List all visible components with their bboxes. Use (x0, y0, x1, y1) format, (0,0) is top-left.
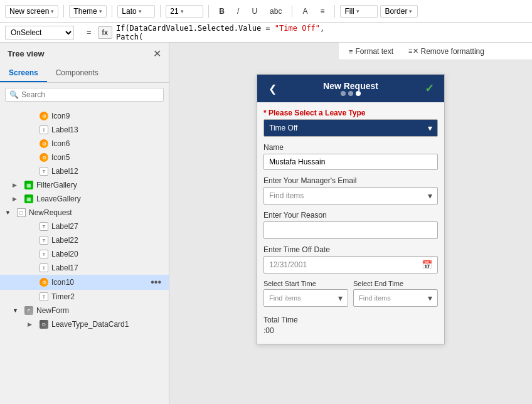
theme-button[interactable]: Theme ▾ (69, 5, 107, 18)
font-button[interactable]: Lato ▾ (117, 5, 155, 18)
formula-content[interactable]: If(DataCardValue1.Selected.Value = "Time… (116, 24, 527, 41)
new-screen-label: New screen (9, 7, 49, 16)
border-chevron: ▾ (409, 8, 412, 14)
total-section: Total Time :00 (263, 313, 438, 338)
tree-item-label17[interactable]: T Label17 (0, 261, 169, 275)
sep5 (292, 5, 292, 18)
tree-item-icon10[interactable]: ⚙ Icon10 ••• (0, 275, 169, 290)
tree-item-filtergallery[interactable]: ▶ ▦ FilterGallery (0, 178, 169, 192)
dot-3 (356, 91, 361, 96)
sep1 (63, 5, 64, 18)
border-label: Border (385, 7, 407, 16)
icon10-icon: ⚙ (39, 277, 49, 287)
property-selector: OnSelect (5, 26, 80, 40)
border-button[interactable]: Border ▾ (380, 5, 418, 18)
reason-input[interactable] (263, 221, 438, 239)
leave-type-arrow: ▾ (428, 123, 432, 133)
underline-button[interactable]: U (247, 6, 262, 17)
time-row: Select Start Time Find items ▾ Select En… (263, 280, 438, 307)
formula-punc: , (320, 24, 324, 33)
italic-icon: / (237, 7, 239, 16)
fill-button[interactable]: Fill ▾ (340, 5, 378, 18)
tree-label-icon9: Icon9 (51, 112, 164, 120)
property-dropdown[interactable]: OnSelect (5, 26, 74, 40)
leave-type-value: Time Off (269, 124, 297, 132)
start-time-dropdown[interactable]: Find items ▾ (263, 289, 348, 307)
tab-components[interactable]: Components (47, 65, 107, 82)
app-dots (341, 91, 361, 96)
leave-type-select[interactable]: Time Off ▾ (263, 119, 438, 137)
tree-item-label27[interactable]: T Label27 (0, 220, 169, 233)
tree-label-icon10: Icon10 (51, 278, 146, 287)
total-label: Total Time (263, 316, 438, 324)
tree-item-newform[interactable]: ▼ F NewForm (0, 304, 169, 317)
calendar-icon[interactable]: 📅 (422, 260, 432, 270)
tree-item-timer2[interactable]: T Timer2 (0, 290, 169, 304)
close-panel-button[interactable]: ✕ (153, 48, 161, 60)
tree-item-icon6[interactable]: ⚙ Icon6 (0, 137, 169, 151)
tree-item-label20[interactable]: T Label20 (0, 247, 169, 261)
reason-label: Enter Your Reason (263, 211, 438, 220)
tree-label-leavetype: LeaveType_DataCard1 (51, 320, 164, 329)
theme-chevron: ▾ (99, 8, 102, 14)
font-color-icon: A (302, 7, 307, 16)
tree-content: ⚙ Icon9 T Label13 ⚙ Icon6 ⚙ (0, 107, 169, 404)
app-check-button[interactable]: ✓ (422, 81, 437, 96)
tree-arrow-newrequest: ▼ (5, 210, 14, 216)
fill-chevron: ▾ (356, 8, 359, 14)
bold-button[interactable]: B (214, 6, 230, 17)
label12-icon: T (39, 166, 49, 176)
timer2-icon: T (39, 292, 49, 302)
tree-label-label12: Label12 (51, 167, 164, 176)
tree-label-newrequest: NewRequest (29, 208, 164, 217)
panel-tabs: Screens Components (0, 65, 169, 83)
sep3 (160, 5, 161, 18)
icon6-icon: ⚙ (39, 139, 49, 149)
formula-patch: Patch( (116, 33, 143, 41)
font-label: Lato (122, 7, 136, 16)
date-value: 12/31/2001 (269, 260, 307, 269)
format-text-button[interactable]: ≡ Format text (344, 46, 398, 57)
italic-button[interactable]: / (232, 6, 244, 17)
app-back-button[interactable]: ❮ (265, 81, 280, 96)
remove-formatting-label: Remove formatting (421, 47, 484, 56)
new-screen-button[interactable]: New screen ▾ (5, 5, 58, 18)
tree-item-icon9[interactable]: ⚙ Icon9 (0, 109, 169, 123)
align-button[interactable]: ≡ (315, 6, 329, 17)
tab-screens[interactable]: Screens (0, 65, 47, 82)
label17-icon: T (39, 263, 49, 273)
field-time-row: Select Start Time Find items ▾ Select En… (263, 280, 438, 307)
tree-item-leavetype-datacard[interactable]: ▶ D LeaveType_DataCard1 (0, 317, 169, 331)
start-time-placeholder: Find items (269, 294, 301, 302)
font-size-chevron: ▾ (181, 8, 184, 14)
end-time-dropdown[interactable]: Find items ▾ (353, 289, 438, 307)
field-name: Name (263, 143, 438, 170)
end-time-label: Select End Time (353, 280, 438, 287)
font-chevron: ▾ (139, 8, 142, 14)
search-input[interactable] (21, 90, 159, 99)
tree-item-icon5[interactable]: ⚙ Icon5 (0, 151, 169, 164)
date-input[interactable]: 12/31/2001 📅 (263, 256, 438, 274)
remove-formatting-button[interactable]: ≡✕ Remove formatting (403, 46, 489, 57)
font-color-button[interactable]: A (297, 6, 312, 17)
strikethrough-button[interactable]: abc (265, 6, 287, 17)
fx-button[interactable]: fx (98, 26, 112, 39)
manager-email-arrow: ▾ (428, 191, 432, 201)
manager-email-placeholder: Find items (269, 191, 304, 200)
tree-item-label12[interactable]: T Label12 (0, 164, 169, 178)
align-icon: ≡ (320, 7, 324, 16)
formula-str: "Time Off" (275, 24, 320, 33)
new-screen-chevron: ▾ (51, 8, 54, 14)
more-options-icon[interactable]: ••• (148, 277, 164, 288)
manager-email-dropdown[interactable]: Find items ▾ (263, 187, 438, 205)
font-size-button[interactable]: 21 ▾ (166, 5, 203, 18)
tree-label-icon5: Icon5 (51, 153, 164, 162)
tree-item-label13[interactable]: T Label13 (0, 123, 169, 137)
fx-icon: fx (102, 28, 108, 37)
tree-item-leavegallery[interactable]: ▶ ▦ LeaveGallery (0, 192, 169, 206)
name-input[interactable] (263, 154, 438, 170)
name-label: Name (263, 143, 438, 152)
tree-item-newrequest[interactable]: ▼ □ NewRequest (0, 206, 169, 220)
tree-item-label22[interactable]: T Label22 (0, 233, 169, 247)
tree-label-label17: Label17 (51, 263, 164, 272)
